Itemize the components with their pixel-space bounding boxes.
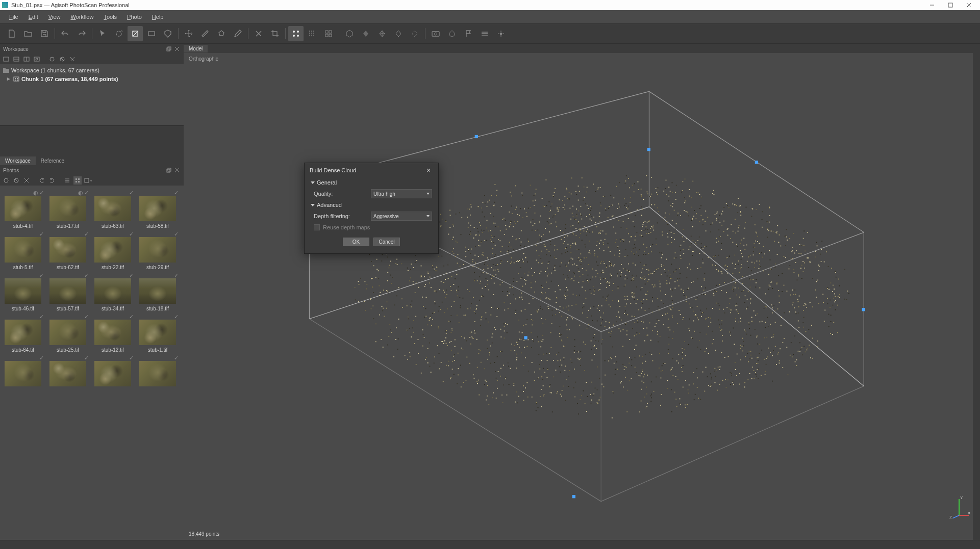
menu-edit[interactable]: Edit: [23, 12, 43, 21]
photo-cell[interactable]: ✓stub-64.tif: [2, 313, 44, 355]
zoom-view-icon[interactable]: [144, 26, 159, 41]
crop-icon[interactable]: [267, 26, 283, 41]
dense-cloud-icon[interactable]: [305, 26, 320, 41]
flag-icon[interactable]: [461, 26, 476, 41]
open-icon[interactable]: [20, 26, 36, 41]
photo-thumbnail[interactable]: [139, 361, 176, 386]
model-wire-icon[interactable]: [374, 26, 390, 41]
viewport-canvas[interactable]: [184, 53, 980, 540]
photos-disable-icon[interactable]: [12, 176, 20, 185]
photos-panel-popout-icon[interactable]: [165, 167, 172, 174]
photos-view-small-icon[interactable]: [73, 176, 82, 185]
photo-cell[interactable]: ◐✓stub-4.tif: [2, 190, 44, 231]
workspace-tree[interactable]: Workspace (1 chunks, 67 cameras) ▸ Chunk…: [0, 64, 184, 125]
photo-cell[interactable]: ✓stub-1.tif: [137, 313, 179, 355]
photo-thumbnail[interactable]: [94, 237, 131, 263]
model-viewport[interactable]: Model Orthographic: [184, 44, 980, 540]
photo-cell[interactable]: ✓: [92, 355, 134, 390]
ws-remove-icon[interactable]: [68, 55, 77, 63]
move-icon[interactable]: [181, 26, 196, 41]
photo-thumbnail[interactable]: [139, 320, 176, 345]
ws-tool-1-icon[interactable]: [2, 55, 10, 63]
photo-cell[interactable]: ✓stub-62.tif: [47, 231, 89, 272]
photo-cell[interactable]: ✓stub-22.tif: [92, 231, 134, 272]
photo-cell[interactable]: ✓stub-12.tif: [92, 313, 134, 355]
delete-icon[interactable]: [251, 26, 266, 41]
photos-panel-close-icon[interactable]: [173, 167, 181, 174]
photos-rotate-right-icon[interactable]: [48, 176, 56, 185]
point-cloud-icon[interactable]: [288, 26, 304, 41]
photo-thumbnail[interactable]: [94, 320, 131, 345]
new-file-icon[interactable]: [4, 26, 19, 41]
photo-cell[interactable]: ✓stub-5.tif: [2, 231, 44, 272]
panel-popout-icon[interactable]: [165, 45, 172, 53]
photo-cell[interactable]: ✓stub-57.tif: [47, 272, 89, 313]
dialog-section-general[interactable]: General: [311, 177, 432, 188]
redo-icon[interactable]: [74, 26, 89, 41]
photos-rotate-left-icon[interactable]: [38, 176, 46, 185]
menu-help[interactable]: Help: [147, 12, 169, 21]
photo-cell[interactable]: ✓: [47, 355, 89, 390]
model-conf-icon[interactable]: [407, 26, 422, 41]
rotate-view-icon[interactable]: [111, 26, 127, 41]
model-solid-icon[interactable]: [358, 26, 373, 41]
photo-cell[interactable]: ◐✓stub-17.tif: [47, 190, 89, 231]
photo-thumbnail[interactable]: [49, 237, 86, 263]
tree-expand-icon[interactable]: ▸: [7, 75, 11, 82]
menu-tools[interactable]: Tools: [98, 12, 122, 21]
photo-cell[interactable]: ✓stub-18.tif: [137, 272, 179, 313]
photo-thumbnail[interactable]: [5, 196, 41, 221]
menu-photo[interactable]: Photo: [122, 12, 147, 21]
undo-icon[interactable]: [58, 26, 73, 41]
photo-thumbnail[interactable]: [5, 361, 41, 386]
window-maximize-button[interactable]: [941, 0, 960, 10]
model-tex-icon[interactable]: [391, 26, 406, 41]
window-minimize-button[interactable]: [923, 0, 941, 10]
photo-cell[interactable]: ✓stub-34.tif: [92, 272, 134, 313]
photos-remove-icon[interactable]: [22, 176, 31, 185]
photo-thumbnail[interactable]: [49, 361, 86, 386]
reuse-depth-maps-checkbox[interactable]: [314, 224, 320, 230]
region-icon[interactable]: [160, 26, 175, 41]
photos-view-large-icon[interactable]: ▾: [84, 176, 92, 185]
photo-thumbnail[interactable]: [5, 237, 41, 263]
camera-icon[interactable]: [428, 26, 443, 41]
tree-chunk-row[interactable]: ▸ Chunk 1 (67 cameras, 18,449 points): [0, 74, 184, 83]
photo-thumbnail[interactable]: [139, 278, 176, 304]
dialog-titlebar[interactable]: Build Dense Cloud ×: [305, 163, 438, 177]
depth-filtering-select[interactable]: Aggressive: [371, 212, 432, 221]
dialog-close-button[interactable]: ×: [424, 166, 433, 175]
tree-root-row[interactable]: Workspace (1 chunks, 67 cameras): [0, 66, 184, 74]
viewport-tab-model[interactable]: Model: [184, 45, 208, 53]
photo-thumbnail[interactable]: [49, 278, 86, 304]
photo-thumbnail[interactable]: [5, 278, 41, 304]
photo-thumbnail[interactable]: [49, 196, 86, 221]
photo-cell[interactable]: ✓stub-63.tif: [92, 190, 134, 231]
ruler-icon[interactable]: [197, 26, 213, 41]
photo-thumbnail[interactable]: [139, 196, 176, 221]
cancel-button[interactable]: Cancel: [373, 238, 400, 246]
panel-close-icon[interactable]: [173, 45, 181, 53]
layers-icon[interactable]: [477, 26, 492, 41]
photo-cell[interactable]: ✓stub-58.tif: [137, 190, 179, 231]
ws-disable-icon[interactable]: [58, 55, 66, 63]
photo-cell[interactable]: ✓: [2, 355, 44, 390]
tab-workspace[interactable]: Workspace: [0, 156, 36, 165]
pencil-icon[interactable]: [230, 26, 245, 41]
pan-view-icon[interactable]: [128, 26, 143, 41]
photo-cell[interactable]: ✓stub-46.tif: [2, 272, 44, 313]
photo-thumbnail[interactable]: [5, 320, 41, 345]
photos-enable-icon[interactable]: [2, 176, 10, 185]
markers-icon[interactable]: [444, 26, 460, 41]
tab-reference[interactable]: Reference: [36, 156, 69, 165]
photo-thumbnail[interactable]: [139, 237, 176, 263]
model-shaded-icon[interactable]: [342, 26, 357, 41]
photos-view-detail-icon[interactable]: [63, 176, 71, 185]
right-dock-strip[interactable]: [973, 44, 980, 540]
ws-tool-4-icon[interactable]: [33, 55, 41, 63]
quality-select[interactable]: Ultra high: [371, 189, 432, 198]
save-icon[interactable]: [37, 26, 52, 41]
ws-tool-3-icon[interactable]: [22, 55, 31, 63]
tiled-icon[interactable]: [321, 26, 336, 41]
menu-workflow[interactable]: Workflow: [65, 12, 98, 21]
